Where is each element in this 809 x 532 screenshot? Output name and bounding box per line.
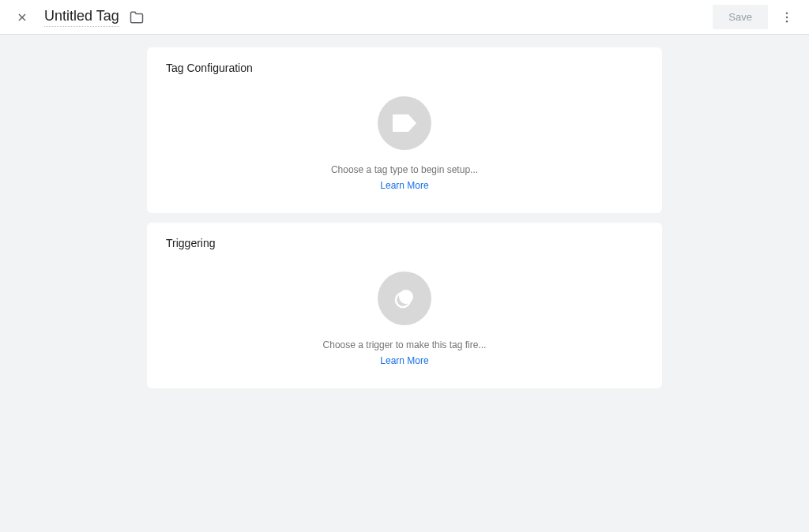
close-icon: [16, 11, 28, 24]
svg-point-4: [786, 21, 788, 22]
trigger-icon: [393, 287, 416, 309]
trigger-icon-circle: [378, 272, 431, 325]
svg-point-2: [786, 12, 788, 13]
tag-configuration-title: Tag Configuration: [166, 62, 643, 74]
svg-point-3: [786, 16, 788, 17]
save-button[interactable]: Save: [713, 5, 768, 29]
more-menu-button[interactable]: [777, 8, 796, 27]
folder-button[interactable]: [129, 9, 145, 25]
triggering-learn-more-link[interactable]: Learn More: [380, 355, 428, 366]
tag-icon: [393, 114, 416, 132]
triggering-card[interactable]: Triggering Choose a trigger to make this…: [147, 223, 662, 388]
editor-content: Tag Configuration Choose a tag type to b…: [0, 35, 809, 401]
svg-point-5: [399, 290, 413, 304]
triggering-prompt: Choose a trigger to make this tag fire..…: [323, 339, 487, 350]
tag-configuration-card[interactable]: Tag Configuration Choose a tag type to b…: [147, 47, 662, 213]
tag-configuration-prompt: Choose a tag type to begin setup...: [331, 164, 478, 175]
folder-icon: [130, 10, 144, 24]
triggering-title: Triggering: [166, 237, 643, 249]
more-vert-icon: [780, 10, 794, 24]
close-button[interactable]: [13, 8, 32, 27]
triggering-body: Choose a trigger to make this tag fire..…: [166, 272, 643, 366]
editor-header: Untitled Tag Save: [0, 0, 809, 35]
tag-configuration-learn-more-link[interactable]: Learn More: [380, 180, 428, 191]
tag-title[interactable]: Untitled Tag: [44, 8, 119, 27]
tag-configuration-body: Choose a tag type to begin setup... Lear…: [166, 96, 643, 191]
tag-type-icon-circle: [378, 96, 431, 150]
